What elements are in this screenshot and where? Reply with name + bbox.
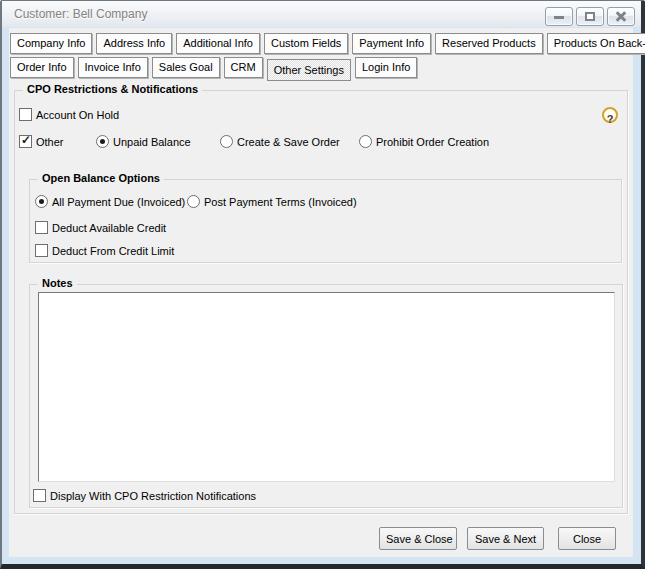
display-with-cpo-checkbox[interactable]: ✓ Display With CPO Restriction Notificat… xyxy=(33,489,333,504)
restore-icon xyxy=(585,12,595,21)
tab-row-2: Order Info Invoice Info Sales Goal CRM O… xyxy=(10,57,417,81)
cpo-groupbox: CPO Restrictions & Notifications ? ✓ Acc… xyxy=(14,90,628,514)
notes-legend: Notes xyxy=(38,277,77,289)
save-next-button[interactable]: Save & Next xyxy=(467,527,544,550)
checkbox-label: Display With CPO Restriction Notificatio… xyxy=(50,489,256,503)
radio-circle xyxy=(187,195,200,208)
open-balance-legend: Open Balance Options xyxy=(38,172,164,184)
checkbox-box: ✓ xyxy=(19,135,32,148)
radio-circle xyxy=(359,135,372,148)
tab-payment-info[interactable]: Payment Info xyxy=(352,33,431,54)
tab-crm[interactable]: CRM xyxy=(224,57,263,78)
account-on-hold-checkbox[interactable]: ✓ Account On Hold xyxy=(19,108,239,123)
checkbox-label: Deduct Available Credit xyxy=(52,221,166,235)
tab-address-info[interactable]: Address Info xyxy=(96,33,172,54)
radio-circle xyxy=(220,135,233,148)
deduct-from-credit-limit-checkbox[interactable]: ✓ Deduct From Credit Limit xyxy=(35,244,285,259)
cpo-legend: CPO Restrictions & Notifications xyxy=(23,83,202,95)
deduct-available-credit-checkbox[interactable]: ✓ Deduct Available Credit xyxy=(35,221,285,236)
help-icon: ? xyxy=(607,113,614,125)
open-balance-groupbox: Open Balance Options All Payment Due (In… xyxy=(29,179,622,263)
notes-groupbox: Notes ✓ Display With CPO Restriction Not… xyxy=(29,284,623,508)
checkbox-box: ✓ xyxy=(19,108,32,121)
radio-circle xyxy=(35,195,48,208)
close-footer-button[interactable]: Close xyxy=(558,527,616,550)
radio-label: Unpaid Balance xyxy=(113,135,191,149)
tab-invoice-info[interactable]: Invoice Info xyxy=(78,57,148,78)
radio-label: Create & Save Order xyxy=(237,135,340,149)
payment-options-row: All Payment Due (Invoiced) Post Payment … xyxy=(35,195,595,210)
radio-label: All Payment Due (Invoiced) xyxy=(52,195,185,209)
check-icon: ✓ xyxy=(21,133,31,147)
tab-reserved-products[interactable]: Reserved Products xyxy=(435,33,543,54)
notes-textarea[interactable] xyxy=(38,292,615,482)
radio-label: Post Payment Terms (Invoiced) xyxy=(204,195,357,209)
tab-company-info[interactable]: Company Info xyxy=(10,33,92,54)
checkbox-label: Deduct From Credit Limit xyxy=(52,244,174,258)
close-button[interactable] xyxy=(607,7,635,26)
help-button[interactable]: ? xyxy=(602,107,618,123)
save-close-button[interactable]: Save & Close xyxy=(379,527,457,550)
titlebar[interactable]: Customer: Bell Company xyxy=(2,1,641,27)
checkbox-box: ✓ xyxy=(33,489,46,502)
window-title: Customer: Bell Company xyxy=(14,7,147,21)
caption-buttons xyxy=(545,7,635,26)
radio-label: Prohibit Order Creation xyxy=(376,135,489,149)
other-restriction-row: ✓ Other Unpaid Balance Create & Save Ord… xyxy=(19,135,599,150)
checkbox-box: ✓ xyxy=(35,221,48,234)
tab-additional-info[interactable]: Additional Info xyxy=(176,33,260,54)
tab-order-info[interactable]: Order Info xyxy=(10,57,74,78)
tab-products-on-back-order[interactable]: Products On Back-Order xyxy=(547,33,645,54)
minimize-icon xyxy=(554,16,564,19)
dialog-content: Company Info Address Info Additional Inf… xyxy=(9,28,633,557)
tab-other-settings[interactable]: Other Settings xyxy=(267,59,351,81)
tab-custom-fields[interactable]: Custom Fields xyxy=(264,33,348,54)
minimize-button[interactable] xyxy=(545,7,573,26)
checkbox-label: Other xyxy=(36,135,64,149)
checkbox-box: ✓ xyxy=(35,244,48,257)
tab-sales-goal[interactable]: Sales Goal xyxy=(152,57,220,78)
tab-login-info[interactable]: Login Info xyxy=(355,57,417,78)
checkbox-label: Account On Hold xyxy=(36,108,119,122)
customer-window: Customer: Bell Company Company Info Addr… xyxy=(0,0,645,569)
tab-row-1: Company Info Address Info Additional Inf… xyxy=(10,33,645,54)
restore-button[interactable] xyxy=(576,7,604,26)
radio-circle xyxy=(96,135,109,148)
